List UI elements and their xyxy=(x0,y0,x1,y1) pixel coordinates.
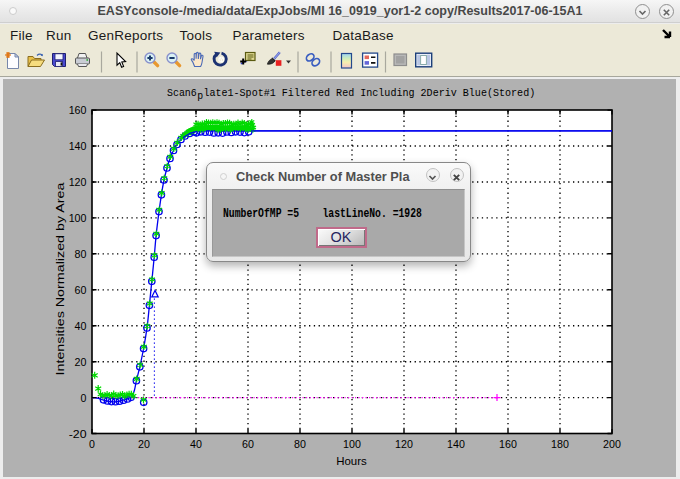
svg-text:0: 0 xyxy=(89,438,95,450)
svg-text:60: 60 xyxy=(75,284,87,296)
svg-text:200: 200 xyxy=(603,438,621,450)
svg-text:40: 40 xyxy=(190,438,202,450)
svg-text:100: 100 xyxy=(69,212,87,224)
svg-text:0: 0 xyxy=(81,392,87,404)
svg-text:80: 80 xyxy=(75,248,87,260)
svg-text:60: 60 xyxy=(242,438,254,450)
svg-text:120: 120 xyxy=(395,438,413,450)
svg-text:180: 180 xyxy=(551,438,569,450)
svg-text:120: 120 xyxy=(69,176,87,188)
svg-text:late1-Spot#1 Filtered Red Incl: late1-Spot#1 Filtered Red Including 2Der… xyxy=(203,86,535,99)
svg-text:140: 140 xyxy=(447,438,465,450)
svg-text:-20: -20 xyxy=(69,428,87,440)
svg-text:40: 40 xyxy=(75,320,87,332)
svg-text:Hours: Hours xyxy=(336,455,367,467)
svg-text:160: 160 xyxy=(69,104,87,116)
svg-text:Scan6: Scan6 xyxy=(167,86,197,99)
svg-text:80: 80 xyxy=(294,438,306,450)
svg-text:100: 100 xyxy=(343,438,361,450)
svg-text:140: 140 xyxy=(69,140,87,152)
svg-text:p: p xyxy=(197,89,203,102)
svg-text:20: 20 xyxy=(75,356,87,368)
svg-text:160: 160 xyxy=(499,438,517,450)
svg-text:Intensities Normalized by Area: Intensities Normalized by Area xyxy=(54,181,66,375)
svg-text:20: 20 xyxy=(138,438,150,450)
